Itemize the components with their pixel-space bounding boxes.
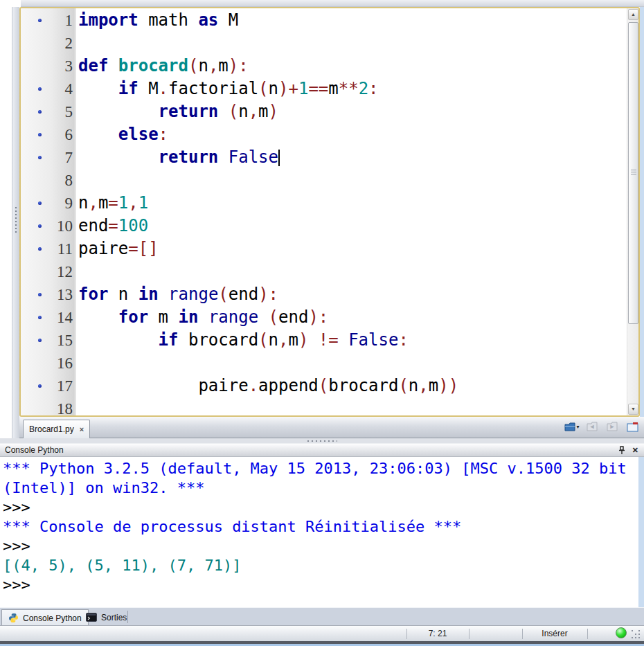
code-token: ): <box>258 285 278 304</box>
pin-icon[interactable] <box>618 446 626 455</box>
code-line[interactable] <box>76 397 627 415</box>
gutter-row[interactable]: 8 <box>21 169 76 192</box>
panel-tabbar: Console Python Sorties <box>0 607 644 625</box>
gutter-row[interactable]: 18 <box>21 397 76 417</box>
code-line[interactable]: else: <box>76 123 627 146</box>
code-line[interactable]: end=100 <box>76 215 627 237</box>
code-token: else <box>118 125 159 144</box>
code-token <box>258 307 268 327</box>
code-line[interactable] <box>76 32 627 55</box>
line-number: 6 <box>21 123 76 146</box>
vertical-splitter[interactable] <box>12 7 19 443</box>
code-token: False <box>348 330 398 350</box>
code-token: m <box>148 307 178 327</box>
code-token: ( <box>258 330 268 350</box>
console-output[interactable]: *** Python 3.2.5 (default, May 15 2013, … <box>0 457 638 607</box>
code-token: def <box>78 56 108 75</box>
gutter-row[interactable]: 11 <box>21 237 76 260</box>
editor-vertical-scrollbar[interactable]: ▲ ▼ <box>627 8 638 415</box>
panel-tab-label: Console Python <box>23 613 82 623</box>
resize-grip[interactable] <box>632 630 641 640</box>
code-line-marker-dot <box>38 87 42 91</box>
gutter-row[interactable]: 12 <box>21 260 76 283</box>
code-token <box>78 79 118 98</box>
code-line[interactable]: n,m=1,1 <box>76 192 627 215</box>
scroll-up-icon[interactable]: ▲ <box>628 9 638 20</box>
code-token: n <box>409 376 418 395</box>
code-token: n <box>78 193 88 213</box>
window-list-icon[interactable]: ▾ <box>564 420 580 433</box>
gutter-row[interactable]: 6 <box>21 123 76 146</box>
splitter-grip[interactable] <box>307 440 337 442</box>
tab-sorties[interactable]: Sorties <box>80 610 132 625</box>
forward-arrow-icon: ► <box>609 423 616 430</box>
horizontal-splitter[interactable] <box>0 438 644 443</box>
line-number: 4 <box>21 78 76 100</box>
code-token: 2 <box>359 79 368 98</box>
code-line[interactable] <box>76 352 627 375</box>
tab-console-python[interactable]: Console Python <box>1 609 89 626</box>
code-line[interactable]: return False <box>76 146 627 169</box>
code-line[interactable] <box>76 260 627 283</box>
code-line[interactable]: return (n,m) <box>76 100 627 123</box>
code-line[interactable]: import math as M <box>76 9 627 32</box>
line-number: 9 <box>21 192 76 215</box>
code-token: : <box>368 79 378 98</box>
gutter-row[interactable]: 17 <box>21 375 76 397</box>
code-line-marker-dot <box>38 110 42 114</box>
gutter-row[interactable]: 13 <box>21 283 76 306</box>
gutter-row[interactable]: 9 <box>21 192 76 215</box>
code-token: ( <box>188 56 198 75</box>
tab-close-icon[interactable]: × <box>80 426 84 433</box>
gutter-row[interactable]: 2 <box>21 32 76 55</box>
line-number: 7 <box>21 146 76 169</box>
scroll-down-icon[interactable]: ▼ <box>628 404 638 415</box>
code-line[interactable]: paire=[] <box>76 237 627 260</box>
console-line: (Intel)] on win32. *** <box>3 478 638 498</box>
code-line[interactable]: for n in range(end): <box>76 283 627 306</box>
code-token: end <box>278 307 308 327</box>
code-line[interactable] <box>76 169 627 192</box>
code-line[interactable]: paire.append(brocard(n,m)) <box>76 375 627 397</box>
tab-brocard1[interactable]: Brocard1.py × <box>23 420 90 438</box>
code-line-marker-dot <box>38 339 42 342</box>
gutter-row[interactable]: 14 <box>21 306 76 329</box>
previous-editor-icon[interactable]: ◄ <box>584 420 600 433</box>
code-token: != <box>319 330 339 350</box>
splitter-grip[interactable] <box>15 206 17 233</box>
code-editor[interactable]: 123456789101112131415161718 import math … <box>19 7 640 417</box>
code-area[interactable]: import math as Mdef brocard(n,m): if M.f… <box>76 8 627 415</box>
scrollbar-thumb[interactable] <box>628 22 638 324</box>
code-line[interactable]: if M.factorial(n)+1==m**2: <box>76 78 627 100</box>
console-panel-header[interactable]: Console Python ✕ <box>0 443 644 457</box>
gutter-row[interactable]: 16 <box>21 352 76 375</box>
gutter-row[interactable]: 5 <box>21 100 76 123</box>
statusbar-separator <box>587 629 588 639</box>
code-token <box>339 330 348 350</box>
code-line[interactable]: if brocard(n,m) != False: <box>76 329 627 352</box>
code-token <box>308 330 318 350</box>
line-number: 8 <box>21 169 76 192</box>
code-token <box>218 147 228 167</box>
console-line: *** Python 3.2.5 (default, May 15 2013, … <box>3 459 638 478</box>
code-line-marker-dot <box>38 224 42 228</box>
gutter-row[interactable]: 7 <box>21 146 76 169</box>
code-line[interactable]: def brocard(n,m): <box>76 55 627 78</box>
code-token: m <box>98 193 108 213</box>
code-token: brocard <box>118 56 188 75</box>
editor-gutter[interactable]: 123456789101112131415161718 <box>21 8 76 415</box>
back-arrow-icon: ◄ <box>589 423 596 430</box>
close-panel-icon[interactable]: ✕ <box>632 447 638 454</box>
gutter-row[interactable]: 4 <box>21 78 76 100</box>
code-line[interactable]: for m in range (end): <box>76 306 627 329</box>
console-line: >>> <box>3 537 638 556</box>
gutter-row[interactable]: 10 <box>21 215 76 237</box>
next-editor-icon[interactable]: ► <box>605 420 620 433</box>
code-token: = <box>108 216 118 235</box>
code-token: , <box>418 376 428 395</box>
gutter-row[interactable]: 3 <box>21 55 76 78</box>
close-file-icon[interactable] <box>625 420 640 433</box>
gutter-row[interactable]: 1 <box>21 9 76 32</box>
code-token: n <box>269 330 278 350</box>
gutter-row[interactable]: 15 <box>21 329 76 352</box>
